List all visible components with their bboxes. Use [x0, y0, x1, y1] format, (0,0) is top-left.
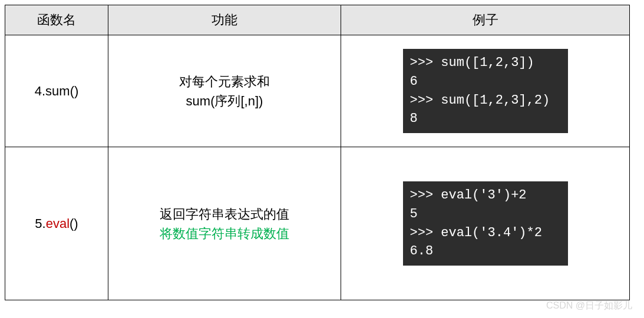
- code-line: >>> sum([1,2,3],2): [410, 91, 561, 110]
- code-line: 5: [410, 205, 561, 224]
- fn-paren: (): [70, 84, 79, 98]
- code-line: 6: [410, 72, 561, 91]
- function-table: 函数名 功能 例子 4.sum() 对每个元素求和 sum(序列[,n]) >>…: [5, 5, 630, 300]
- fn-paren: (): [70, 216, 78, 231]
- code-line: >>> eval('3')+2: [410, 186, 561, 205]
- code-line: >>> eval('3.4')*2: [410, 224, 561, 243]
- desc-line: 返回字符串表达式的值: [120, 204, 329, 224]
- fn-name: eval: [46, 216, 70, 231]
- code-line: >>> sum([1,2,3]): [410, 54, 561, 72]
- header-example: 例子: [341, 5, 630, 35]
- cell-fn-name: 5.eval(): [5, 147, 108, 300]
- desc-line: 对每个元素求和: [120, 72, 329, 91]
- desc-line: sum(序列[,n]): [120, 91, 329, 111]
- cell-fn-desc: 对每个元素求和 sum(序列[,n]): [108, 35, 341, 147]
- desc-line: 将数值字符串转成数值: [120, 224, 329, 243]
- cell-fn-example: >>> sum([1,2,3]) 6 >>> sum([1,2,3],2) 8: [341, 35, 630, 147]
- fn-number: 4.: [35, 84, 45, 98]
- table-row: 4.sum() 对每个元素求和 sum(序列[,n]) >>> sum([1,2…: [5, 35, 630, 147]
- table-header-row: 函数名 功能 例子: [5, 5, 630, 35]
- header-func: 功能: [108, 5, 341, 35]
- fn-name: sum: [45, 84, 70, 98]
- watermark: CSDN @日子如影儿: [546, 300, 632, 312]
- fn-number: 5.: [35, 216, 45, 231]
- code-line: 6.8: [410, 242, 561, 261]
- header-name: 函数名: [5, 5, 108, 35]
- table-row: 5.eval() 返回字符串表达式的值 将数值字符串转成数值 >>> eval(…: [5, 147, 630, 300]
- cell-fn-example: >>> eval('3')+2 5 >>> eval('3.4')*2 6.8: [341, 147, 630, 300]
- cell-fn-desc: 返回字符串表达式的值 将数值字符串转成数值: [108, 147, 341, 300]
- code-line: 8: [410, 110, 561, 128]
- code-block: >>> sum([1,2,3]) 6 >>> sum([1,2,3],2) 8: [403, 49, 568, 134]
- cell-fn-name: 4.sum(): [5, 35, 108, 147]
- code-block: >>> eval('3')+2 5 >>> eval('3.4')*2 6.8: [403, 181, 568, 266]
